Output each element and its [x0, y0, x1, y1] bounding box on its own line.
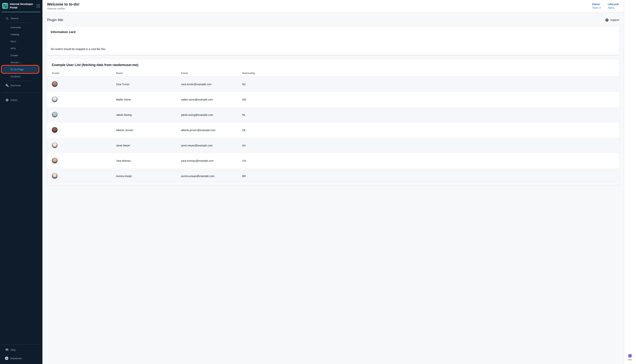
user-email-cell: walter.stone@example.com: [181, 98, 242, 101]
sidebar-item-label: Should I ...: [10, 61, 22, 64]
user-name-cell: Alberte Jensen: [116, 129, 181, 132]
table-row: Janet Meyer janet.meyer@example.com AU: [47, 138, 318, 153]
content-title: Plugin title: [47, 18, 63, 22]
avatar-cell: [52, 127, 116, 133]
app-logo[interactable]: Internal Developer Portal: [2, 0, 40, 12]
apps-grid-icon[interactable]: [36, 4, 40, 8]
sidebar-item-docs[interactable]: Docs: [0, 38, 42, 45]
sidebar-item-overview[interactable]: Overview: [0, 24, 42, 31]
sidebar-nav: SearchOverviewCatalogDocsAPIsCreateShoul…: [0, 12, 42, 182]
page-subtitle: Optional subtitle: [47, 7, 80, 10]
sidebar-item-search[interactable]: Search: [0, 15, 42, 22]
table-header: AvatarNameEmailNationality: [47, 72, 318, 76]
sidebar: Internal Developer Portal SearchOverview…: [0, 0, 42, 182]
page-header: Welcome to to-do! Optional subtitle Owne…: [42, 0, 318, 12]
avatar-cell: [52, 158, 116, 164]
user-name-cell: Janet Meyer: [116, 144, 181, 147]
user-name-cell: Zara Turner: [116, 83, 181, 86]
page-title: Welcome to to-do!: [47, 2, 80, 6]
page-header-titles: Welcome to to-do! Optional subtitle: [47, 2, 80, 10]
sidebar-item-label: Docs: [10, 40, 16, 43]
user-email-cell: yara.moreau@example.com: [181, 159, 242, 162]
sidebar-item-label: Admin: [10, 99, 18, 102]
avatar: [52, 112, 58, 118]
user-list-title: Example User List (fetching data from ra…: [52, 63, 318, 67]
sidebar-item-incidents[interactable]: Incidents: [0, 73, 42, 80]
user-email-cell: alberte.jensen@example.com: [181, 129, 242, 132]
column-header: Nationality: [242, 72, 318, 74]
sidebar-divider: [2, 92, 40, 93]
sidebar-item-label: Create: [10, 54, 18, 57]
user-email-cell: aurora.araujo@example.com: [181, 174, 242, 178]
sidebar-item-label: Search: [10, 17, 18, 20]
sidebar-item-label: To Do Page: [10, 68, 24, 71]
table-row: Aurora Araújo aurora.araujo@example.com …: [47, 168, 318, 182]
info-card-body: All content should be wrapped in a card …: [51, 48, 318, 50]
user-email-cell: zara.turner@example.com: [181, 83, 242, 86]
wrench-icon: [5, 84, 9, 87]
user-nationality-cell: BR: [242, 174, 318, 178]
sidebar-item-admin[interactable]: Admin: [0, 96, 42, 104]
table-row: Jakob Rasing jakob.rasing@example.com NL: [47, 107, 318, 122]
column-header: Avatar: [52, 72, 116, 74]
avatar-cell: [52, 112, 116, 118]
gear-icon: [5, 98, 9, 102]
avatar: [52, 158, 58, 164]
table-row: Yara Moreau yara.moreau@example.com CH: [47, 153, 318, 168]
table-row: Walter Stone walter.stone@example.com GB: [47, 92, 318, 107]
sidebar-item-should-i[interactable]: Should I ...: [0, 59, 42, 66]
column-header: Email: [181, 72, 242, 74]
sidebar-divider: [8, 81, 32, 81]
table-row: Alberte Jensen alberte.jensen@example.co…: [47, 122, 318, 138]
main-content: Welcome to to-do! Optional subtitle Owne…: [42, 0, 318, 182]
sidebar-item-label: Overview: [10, 26, 21, 29]
avatar: [52, 81, 58, 87]
content-toolbar: Plugin title ? Support: [47, 17, 318, 22]
sidebar-item-label: Incidents: [10, 75, 20, 78]
sidebar-item-create[interactable]: Create: [0, 52, 42, 59]
avatar-cell: [52, 81, 116, 88]
column-header: Name: [116, 72, 181, 74]
avatar-cell: [52, 96, 116, 103]
avatar: [52, 96, 58, 102]
user-nationality-cell: DK: [242, 129, 318, 132]
user-nationality-cell: NL: [242, 114, 318, 116]
sidebar-item-devtools[interactable]: DevTools: [0, 82, 42, 89]
user-email-cell: janet.meyer@example.com: [181, 144, 242, 147]
avatar-cell: [52, 173, 116, 179]
user-nationality-cell: NZ: [242, 83, 318, 86]
app-title: Internal Developer Portal: [10, 2, 35, 10]
sidebar-item-apis[interactable]: APIs: [0, 45, 42, 52]
user-list-card: Example User List (fetching data from ra…: [47, 60, 318, 182]
sidebar-item-to-do-page[interactable]: To Do Page: [2, 66, 38, 72]
user-name-cell: Jakob Rasing: [116, 114, 181, 116]
info-card: Information card All content should be w…: [47, 27, 318, 55]
avatar: [52, 127, 58, 133]
sidebar-item-catalog[interactable]: Catalog: [0, 31, 42, 38]
search-icon: [5, 16, 9, 20]
app-logo-icon: [2, 3, 8, 9]
info-card-title: Information card: [51, 30, 318, 34]
avatar: [52, 142, 58, 148]
user-email-cell: jakob.rasing@example.com: [181, 114, 242, 116]
content-area: Plugin title ? Support Information card …: [42, 17, 318, 182]
user-nationality-cell: GB: [242, 98, 318, 101]
sidebar-item-label: APIs: [10, 47, 16, 50]
user-name-cell: Walter Stone: [116, 98, 181, 101]
sidebar-spacer: [0, 104, 42, 182]
table-body: Zara Turner zara.turner@example.com NZ W…: [47, 76, 318, 182]
avatar-cell: [52, 142, 116, 148]
user-name-cell: Yara Moreau: [116, 159, 181, 162]
user-nationality-cell: CH: [242, 159, 318, 162]
sidebar-item-label: Catalog: [10, 33, 19, 36]
table-row: Zara Turner zara.turner@example.com NZ: [47, 76, 318, 92]
user-name-cell: Aurora Araújo: [116, 174, 181, 178]
user-nationality-cell: AU: [242, 144, 318, 147]
sidebar-item-label: DevTools: [10, 84, 21, 87]
avatar: [52, 173, 58, 179]
